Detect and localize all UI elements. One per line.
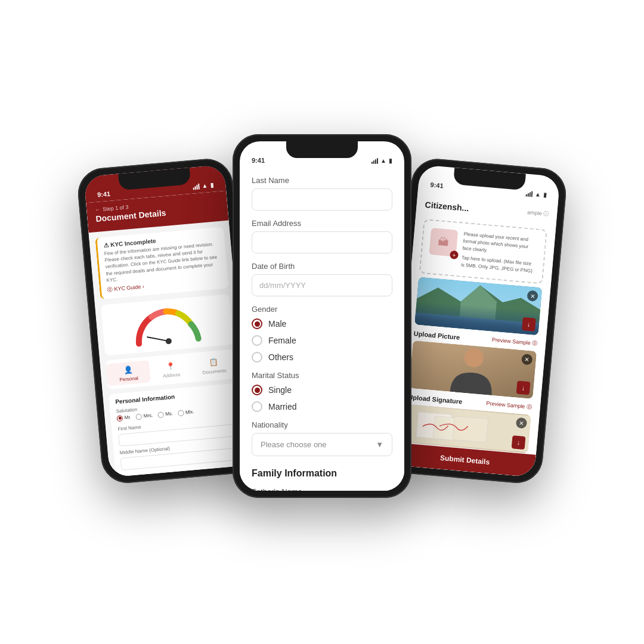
preview-sample-link-2[interactable]: Preview Sample ⓪	[486, 400, 532, 411]
radio-mr	[116, 415, 123, 422]
last-name-input[interactable]	[252, 188, 392, 210]
fathers-name-label: Father's Name	[252, 487, 392, 491]
battery-icon-right: ▮	[543, 191, 547, 198]
address-icon: 📍	[165, 360, 177, 372]
radio-ms	[157, 411, 164, 418]
svg-point-1	[165, 338, 172, 345]
phone-center: 9:41 ▲ ▮ Last Name Email Address Date of	[233, 134, 411, 498]
phone-left: 9:41 ▲ ▮ ← Step 1 of 3 Document Detail	[76, 157, 258, 485]
phone-right: 9:41 ▲ ▮ Citizensh... ample ⓘ	[386, 157, 568, 485]
wifi-icon: ▲	[202, 182, 208, 189]
person-image-preview: ✕ ↓	[409, 340, 537, 399]
notch-center	[286, 141, 358, 158]
battery-icon: ▮	[210, 182, 214, 188]
status-time-center: 9:41	[252, 157, 265, 164]
radio-mlx	[178, 410, 184, 416]
salutation-mlx[interactable]: Mlx.	[178, 409, 194, 416]
gender-section: Gender Male Female Others	[252, 305, 392, 363]
family-title: Family Information	[252, 468, 392, 479]
tab-bar: 👤 Personal 📍 Address 📋 Documents	[106, 349, 236, 390]
download-signature-btn[interactable]: ↓	[512, 435, 526, 450]
nationality-placeholder: Please choose one	[261, 440, 327, 449]
last-name-label: Last Name	[252, 176, 392, 185]
family-section: Family Information Father's Name Grandfa…	[252, 468, 392, 491]
download-person-btn[interactable]: ↓	[516, 381, 531, 395]
dob-input[interactable]	[252, 274, 392, 296]
photo-placeholder: 🏔 +	[429, 228, 458, 257]
back-arrow[interactable]: ←	[95, 206, 101, 213]
radio-others	[252, 352, 262, 363]
marital-section: Marital Status Single Married	[252, 371, 392, 412]
salutation-ms[interactable]: Ms.	[157, 411, 174, 418]
landscape-image-preview: ✕ ↓	[414, 277, 542, 335]
download-landscape-btn[interactable]: ↓	[522, 317, 536, 332]
dob-label: Date of Birth	[252, 262, 392, 271]
status-time-right: 9:41	[430, 181, 444, 190]
gauge-container	[101, 294, 234, 356]
sample-label-top: ample ⓘ	[527, 208, 549, 218]
documents-icon: 📋	[208, 357, 220, 369]
status-icons-left: ▲ ▮	[193, 182, 214, 190]
radio-male	[252, 318, 262, 329]
scene: 9:41 ▲ ▮ ← Step 1 of 3 Document Detail	[0, 0, 644, 644]
radio-single	[252, 385, 262, 395]
personal-icon: 👤	[122, 364, 134, 376]
battery-icon-center: ▮	[389, 157, 392, 164]
upload-plus-icon: +	[450, 250, 459, 259]
gender-female[interactable]: Female	[252, 335, 392, 346]
status-icons-right: ▲ ▮	[526, 190, 547, 199]
radio-female	[252, 335, 262, 346]
gender-male[interactable]: Male	[252, 318, 392, 329]
salutation-mr[interactable]: Mr.	[116, 414, 131, 422]
nationality-label: Nationality	[252, 420, 392, 429]
salutation-mrs[interactable]: Mrs.	[135, 413, 153, 420]
signal-icon-center	[371, 158, 378, 164]
wifi-icon-center: ▲	[380, 157, 386, 164]
upload-photo-box[interactable]: 🏔 + Please upload your recent and formal…	[419, 219, 547, 284]
gauge-chart	[130, 302, 205, 347]
upload-signature-title: Upload Signature	[408, 393, 463, 405]
left-phone-content: ← Step 1 of 3 Document Details ⚠ KYC Inc…	[86, 191, 250, 478]
signal-icon-right	[526, 190, 533, 197]
email-label: Email Address	[252, 219, 392, 228]
preview-sample-link-1[interactable]: Preview Sample ⓪	[491, 336, 537, 348]
tab-personal[interactable]: 👤 Personal	[106, 360, 151, 386]
chevron-down-icon: ▼	[376, 440, 383, 449]
tab-address[interactable]: 📍 Address	[149, 357, 194, 382]
personal-info-section: Personal Information Salutation Mr. Mrs.	[109, 383, 244, 477]
nationality-dropdown[interactable]: Please choose one ▼	[252, 433, 392, 456]
marital-single[interactable]: Single	[252, 385, 392, 395]
status-time-left: 9:41	[97, 190, 111, 199]
radio-married	[252, 401, 262, 412]
center-phone-content: Last Name Email Address Date of Birth Ge…	[240, 168, 404, 491]
radio-mrs	[135, 413, 142, 420]
kyc-alert: ⚠ KYC Incomplete Few of the information …	[95, 227, 228, 299]
tab-documents[interactable]: 📋 Documents	[191, 353, 236, 379]
marital-married[interactable]: Married	[252, 401, 392, 412]
gender-others[interactable]: Others	[252, 352, 392, 363]
status-icons-center: ▲ ▮	[371, 157, 392, 164]
right-phone-content: Citizensh... ample ⓘ 🏔 + Please upload y…	[394, 191, 558, 478]
signal-icon	[193, 183, 200, 190]
gender-label: Gender	[252, 305, 392, 314]
wifi-icon-right: ▲	[535, 191, 541, 198]
email-input[interactable]	[252, 231, 392, 253]
marital-label: Marital Status	[252, 371, 392, 380]
citizenship-title: Citizensh...	[425, 195, 470, 215]
svg-line-0	[147, 335, 169, 343]
upload-photo-text: Please upload your recent and formal pho…	[461, 231, 538, 275]
upload-picture-title: Upload Picture	[413, 330, 460, 341]
